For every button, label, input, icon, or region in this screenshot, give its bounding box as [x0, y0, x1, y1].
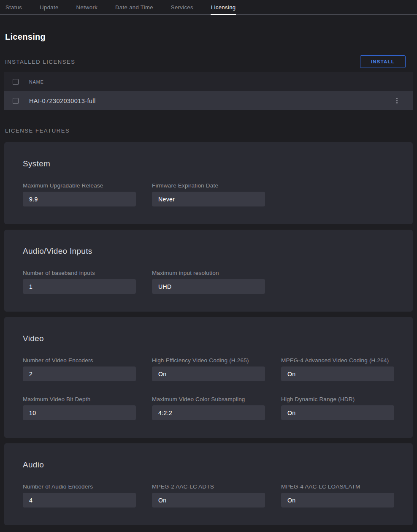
card-av-inputs: Audio/Video Inputs Number of baseband in…	[4, 230, 413, 312]
settings-tabbar: Status Update Network Date and Time Serv…	[0, 0, 417, 15]
field-value: 10	[23, 405, 136, 420]
field-value: 2	[23, 366, 136, 381]
field-label: MPEG-4 AAC-LC LOAS/LATM	[281, 483, 394, 490]
card-system: System Maximum Upgradable Release 9.9 Fi…	[4, 142, 413, 224]
field-firmware-expiration-date: Firmware Expiration Date Never	[152, 182, 265, 206]
tab-date-and-time[interactable]: Date and Time	[115, 0, 154, 14]
field-label: High Dynamic Range (HDR)	[281, 396, 394, 402]
field-mpeg4-aac-lc-loas-latm: MPEG-4 AAC-LC LOAS/LATM On	[281, 483, 394, 508]
field-value: UHD	[152, 279, 265, 294]
field-avc-h264: MPEG-4 Advanced Video Coding (H.264) On	[281, 357, 394, 381]
select-all-checkbox[interactable]	[13, 79, 19, 85]
card-system-title: System	[23, 159, 394, 168]
card-audio: Audio Number of Audio Encoders 4 MPEG-2 …	[4, 443, 413, 525]
field-label: Number of baseband inputs	[23, 270, 136, 276]
field-value: 4:2:2	[152, 405, 265, 420]
card-av-inputs-title: Audio/Video Inputs	[23, 247, 394, 256]
tab-network[interactable]: Network	[76, 0, 98, 14]
field-max-color-subsampling: Maximum Video Color Subsampling 4:2:2	[152, 396, 265, 420]
field-max-video-bit-depth: Maximum Video Bit Depth 10	[23, 396, 136, 420]
card-video: Video Number of Video Encoders 2 High Ef…	[4, 317, 413, 438]
field-label: Maximum Video Bit Depth	[23, 396, 136, 402]
field-label: MPEG-2 AAC-LC ADTS	[152, 483, 265, 490]
card-audio-title: Audio	[23, 460, 394, 470]
field-value: Never	[152, 192, 265, 206]
license-name: HAI-072302030013-full	[29, 98, 395, 104]
field-value: On	[281, 493, 394, 508]
field-label: Maximum Video Color Subsampling	[152, 396, 265, 402]
field-value: 9.9	[23, 192, 136, 206]
license-features-label: LICENSE FEATURES	[4, 128, 70, 134]
field-label: Number of Video Encoders	[23, 357, 136, 364]
installed-licenses-label: INSTALLED LICENSES	[4, 59, 76, 65]
field-label: MPEG-4 Advanced Video Coding (H.264)	[281, 357, 394, 364]
field-hdr: High Dynamic Range (HDR) On	[281, 396, 394, 420]
field-audio-encoders: Number of Audio Encoders 4	[23, 483, 136, 508]
page-title: Licensing	[5, 32, 413, 42]
installed-licenses-header: INSTALLED LICENSES INSTALL	[4, 55, 413, 68]
tab-status[interactable]: Status	[5, 0, 22, 14]
field-label: Firmware Expiration Date	[152, 182, 265, 189]
field-label: Maximum Upgradable Release	[23, 182, 136, 189]
field-value: On	[152, 493, 265, 508]
install-button[interactable]: INSTALL	[360, 55, 406, 68]
field-value: 4	[23, 493, 136, 508]
field-label: Maximum input resolution	[152, 270, 265, 276]
field-hevc-h265: High Efficiency Video Coding (H.265) On	[152, 357, 265, 381]
field-value: 1	[23, 279, 136, 294]
tab-licensing[interactable]: Licensing	[211, 0, 236, 14]
field-value: On	[152, 366, 265, 381]
tab-services[interactable]: Services	[171, 0, 194, 14]
name-column-header: NAME	[29, 79, 44, 84]
license-features-header: LICENSE FEATURES	[4, 125, 413, 137]
field-video-encoders: Number of Video Encoders 2	[23, 357, 136, 381]
card-video-title: Video	[23, 334, 394, 343]
field-max-input-resolution: Maximum input resolution UHD	[152, 270, 265, 294]
field-label: High Efficiency Video Coding (H.265)	[152, 357, 265, 364]
field-mpeg2-aac-lc-adts: MPEG-2 AAC-LC ADTS On	[152, 483, 265, 508]
field-value: On	[281, 405, 394, 420]
field-label: Number of Audio Encoders	[23, 483, 136, 490]
licenses-table: NAME HAI-072302030013-full	[4, 72, 413, 110]
field-value: On	[281, 366, 394, 381]
licensing-page: Licensing INSTALLED LICENSES INSTALL NAM…	[0, 32, 417, 525]
license-row[interactable]: HAI-072302030013-full	[4, 91, 413, 110]
tab-update[interactable]: Update	[39, 0, 59, 14]
field-baseband-inputs: Number of baseband inputs 1	[23, 270, 136, 294]
field-max-upgradable-release: Maximum Upgradable Release 9.9	[23, 182, 136, 206]
row-actions-kebab-icon[interactable]	[395, 96, 399, 105]
licenses-table-header: NAME	[4, 72, 413, 91]
row-checkbox[interactable]	[13, 98, 19, 104]
